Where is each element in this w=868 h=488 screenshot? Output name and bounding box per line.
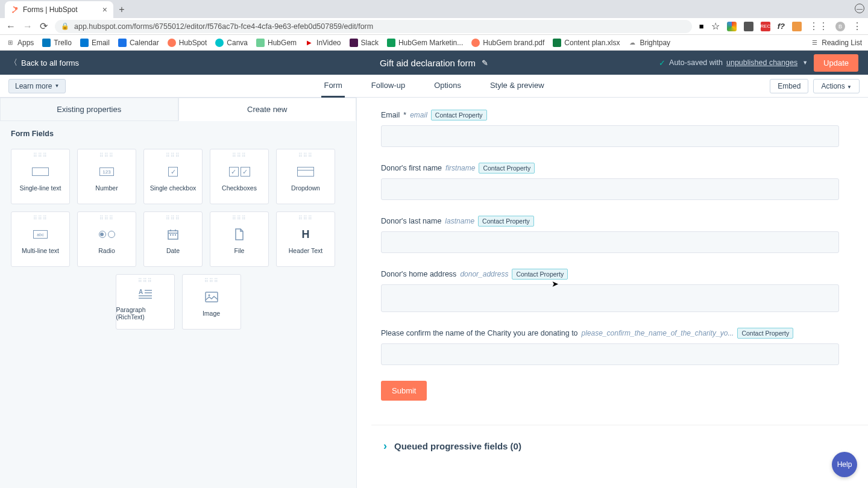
back-icon[interactable]: ←	[6, 21, 16, 32]
queued-progressive-section[interactable]: › Queued progressive fields (0)	[371, 425, 868, 452]
tab-create-new[interactable]: Create new	[178, 98, 357, 121]
text-input[interactable]	[381, 231, 839, 253]
profile-avatar[interactable]: B	[835, 22, 845, 31]
bookmark-hubgem-pdf[interactable]: HubGem brand.pdf	[471, 39, 544, 47]
form-field-firstname[interactable]: Donor's first name firstname Contact Pro…	[381, 163, 839, 200]
tab-options[interactable]: Options	[432, 75, 464, 98]
drag-handle-icon: ⠿⠿⠿	[166, 215, 180, 221]
tab-form[interactable]: Form	[321, 75, 344, 98]
contact-property-badge: Contact Property	[431, 110, 487, 120]
editor-tabs: Form Follow-up Options Style & preview	[321, 75, 546, 98]
ext-icon-1[interactable]	[727, 22, 737, 31]
unpublished-changes-link[interactable]: unpublished changes	[726, 58, 797, 67]
apps-shortcut[interactable]: ⊞Apps	[6, 39, 34, 47]
actions-label: Actions	[821, 82, 844, 90]
bookmark-label: HubGem	[268, 39, 297, 47]
field-type-grid: ⠿⠿⠿ Single-line text ⠿⠿⠿ 123 Number ⠿⠿⠿ …	[11, 149, 345, 267]
close-tab-icon[interactable]: ×	[102, 5, 107, 14]
new-tab-button[interactable]: +	[113, 1, 130, 18]
ext-icon-4[interactable]: f?	[778, 22, 785, 31]
field-label: Multi-line text	[22, 247, 59, 254]
embed-button[interactable]: Embed	[770, 79, 808, 93]
bookmark-label: Slack	[361, 39, 379, 47]
field-paragraph[interactable]: ⠿⠿⠿ A Paragraph (RichText)	[116, 274, 175, 330]
drag-handle-icon: ⠿⠿⠿	[99, 152, 114, 158]
field-label: Single-line text	[20, 184, 61, 192]
star-icon[interactable]: ☆	[711, 20, 720, 32]
svg-rect-6	[170, 234, 171, 236]
field-dropdown[interactable]: ⠿⠿⠿ Dropdown	[276, 149, 335, 204]
tab-existing-properties[interactable]: Existing properties	[0, 98, 178, 121]
address-bar[interactable]: 🔒 app.hubspot.com/forms/6755012/editor/f…	[55, 20, 692, 33]
field-single-line-text[interactable]: ⠿⠿⠿ Single-line text	[11, 149, 70, 204]
update-button[interactable]: Update	[814, 54, 858, 72]
learn-more-button[interactable]: Learn more ▼	[8, 79, 66, 93]
bookmark-hubgem[interactable]: HubGem	[256, 39, 297, 47]
bookmark-brightpay[interactable]: ☁Brightpay	[628, 39, 670, 47]
edit-pencil-icon[interactable]: ✎	[482, 58, 488, 67]
bookmark-slack[interactable]: Slack	[350, 39, 379, 47]
tab-follow-up[interactable]: Follow-up	[369, 75, 407, 98]
bookmark-hubgem-marketing[interactable]: HubGem Marketin...	[387, 39, 463, 47]
text-input[interactable]	[381, 125, 839, 147]
form-field-home-address[interactable]: Donor's home address donor_address Conta…	[381, 269, 839, 312]
field-image[interactable]: ⠿⠿⠿ Image	[182, 274, 241, 330]
bookmark-label: InVideo	[316, 39, 341, 47]
bookmark-label: HubGem Marketin...	[398, 39, 463, 47]
reload-icon[interactable]: ⟳	[40, 20, 48, 32]
help-button[interactable]: Help	[832, 452, 857, 477]
bookmark-invideo[interactable]: ▶InVideo	[305, 39, 341, 47]
bookmark-calendar[interactable]: Calendar	[118, 39, 159, 47]
check-icon: ✓	[659, 58, 665, 67]
caret-down-icon[interactable]: ▼	[802, 60, 808, 66]
video-icon[interactable]: ■	[699, 22, 704, 31]
required-asterisk: *	[403, 111, 406, 119]
lock-icon: 🔒	[61, 22, 69, 30]
bookmark-canva[interactable]: Canva	[215, 39, 248, 47]
bookmark-label: Trello	[54, 39, 72, 47]
text-input[interactable]	[381, 343, 839, 365]
field-label: Dropdown	[291, 184, 320, 192]
bookmark-hubspot[interactable]: HubSpot	[168, 39, 207, 47]
field-single-checkbox[interactable]: ⠿⠿⠿ ✓ Single checkbox	[143, 149, 203, 204]
field-label: Single checkbox	[150, 184, 196, 192]
puzzle-icon[interactable]: ⋮⋮	[809, 20, 828, 32]
text-input[interactable]	[381, 178, 839, 200]
svg-text:A: A	[139, 289, 143, 295]
actions-menu[interactable]: Actions ▼	[813, 79, 860, 93]
field-header-text[interactable]: ⠿⠿⠿ H Header Text	[276, 211, 335, 267]
browser-tab-strip: Forms | HubSpot × + —	[0, 0, 868, 18]
bookmark-trello[interactable]: Trello	[42, 39, 72, 47]
contact-property-badge: Contact Property	[478, 216, 534, 227]
field-file[interactable]: ⠿⠿⠿ File	[210, 211, 269, 267]
bookmark-email[interactable]: Email	[80, 39, 110, 47]
reading-list-button[interactable]: ☰Reading List	[810, 39, 862, 47]
bookmark-content-plan[interactable]: Content plan.xlsx	[553, 39, 620, 47]
field-label: Date	[166, 247, 180, 254]
back-to-forms-link[interactable]: 〈 Back to all forms	[10, 57, 79, 68]
ext-icon-3[interactable]: REC	[761, 22, 770, 31]
ext-icon-2[interactable]	[744, 22, 753, 31]
browser-tab[interactable]: Forms | HubSpot ×	[5, 1, 113, 18]
field-multi-line-text[interactable]: ⠿⠿⠿ abc Multi-line text	[11, 211, 70, 267]
field-code: donor_address	[460, 270, 508, 278]
field-date[interactable]: ⠿⠿⠿ Date	[143, 211, 203, 267]
form-field-email[interactable]: Email* email Contact Property	[381, 110, 839, 147]
submit-button[interactable]: Submit	[381, 381, 427, 401]
bookmark-label: Email	[92, 39, 110, 47]
bookmark-label: HubGem brand.pdf	[483, 39, 544, 47]
field-radio[interactable]: ⠿⠿⠿ Radio	[77, 211, 136, 267]
svg-point-15	[208, 295, 210, 296]
field-checkboxes[interactable]: ⠿⠿⠿ ✓✓ Checkboxes	[210, 149, 269, 204]
queued-label: Queued progressive fields (0)	[394, 441, 521, 451]
drag-handle-icon: ⠿⠿⠿	[232, 215, 247, 221]
ext-icon-5[interactable]	[792, 22, 802, 31]
form-title[interactable]: Gift aid declaration form	[380, 58, 476, 68]
menu-icon[interactable]: ⋮	[852, 20, 862, 32]
form-field-lastname[interactable]: Donor's last name lastname Contact Prope…	[381, 216, 839, 253]
account-avatar-icon[interactable]: —	[855, 4, 864, 13]
tab-style-preview[interactable]: Style & preview	[488, 75, 547, 98]
field-number[interactable]: ⠿⠿⠿ 123 Number	[77, 149, 136, 204]
text-input[interactable]	[381, 284, 839, 312]
form-field-charity-name[interactable]: Please confirm the name of the Charity y…	[381, 328, 839, 365]
